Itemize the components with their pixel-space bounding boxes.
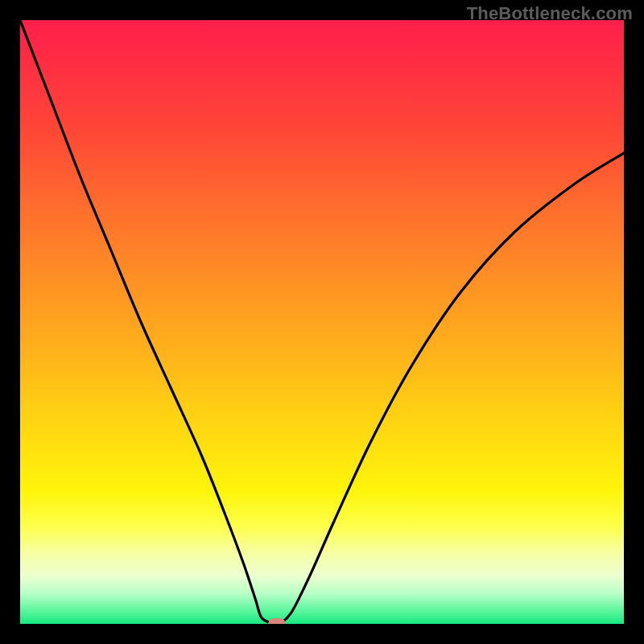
bottleneck-curve <box>20 20 624 624</box>
optimum-marker <box>268 618 286 624</box>
plot-area <box>20 20 624 624</box>
chart-frame: TheBottleneck.com <box>0 0 644 644</box>
watermark-text: TheBottleneck.com <box>467 3 633 24</box>
curve-svg <box>20 20 624 624</box>
